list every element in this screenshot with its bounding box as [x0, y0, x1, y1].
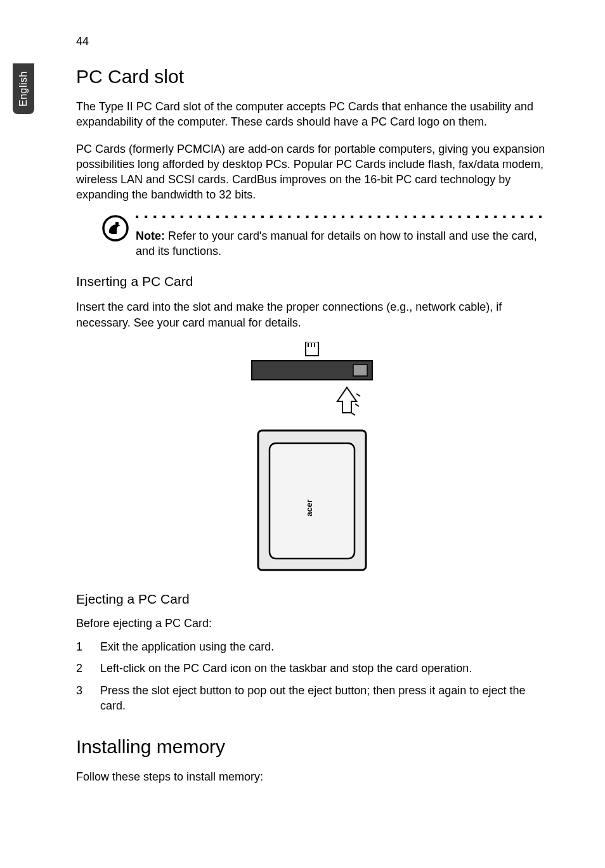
page-number: 44: [76, 35, 548, 48]
note-text: Note: Refer to your card's manual for de…: [136, 228, 545, 259]
svg-marker-9: [337, 387, 356, 413]
pc-card-diagram: acer: [76, 342, 548, 576]
svg-line-10: [356, 394, 360, 396]
section-title-installing-memory: Installing memory: [76, 736, 548, 758]
subsection-inserting: Inserting a PC Card: [76, 274, 548, 289]
note-block: Note: Refer to your card's manual for de…: [101, 214, 548, 259]
step-number: 1: [76, 639, 100, 654]
ejecting-steps: 1 Exit the application using the card. 2…: [76, 639, 548, 713]
note-content: Note: Refer to your card's manual for de…: [136, 214, 545, 259]
language-tab: English: [13, 63, 34, 114]
note-label: Note:: [136, 230, 165, 242]
step-text: Left-click on the PC Card icon on the ta…: [100, 661, 548, 676]
body-para-2: PC Cards (formerly PCMCIA) are add-on ca…: [76, 141, 548, 203]
list-item: 2 Left-click on the PC Card icon on the …: [76, 661, 548, 676]
step-text: Exit the application using the card.: [100, 639, 548, 654]
step-number: 2: [76, 661, 100, 676]
list-item: 1 Exit the application using the card.: [76, 639, 548, 654]
note-icon: [101, 214, 129, 242]
svg-line-11: [351, 413, 355, 415]
language-tab-label: English: [18, 71, 29, 107]
dotted-separator: [136, 214, 545, 223]
page-container: English 44 PC Card slot The Type II PC C…: [0, 0, 605, 868]
section-title-pc-card-slot: PC Card slot: [76, 66, 548, 87]
note-body: Refer to your card's manual for details …: [136, 230, 537, 257]
svg-rect-8: [353, 365, 367, 376]
body-para-1: The Type II PC Card slot of the computer…: [76, 99, 548, 130]
ejecting-intro: Before ejecting a PC Card:: [76, 617, 548, 630]
card-brand-text: acer: [304, 500, 314, 517]
subsection-ejecting: Ejecting a PC Card: [76, 592, 548, 607]
svg-line-12: [355, 404, 359, 406]
step-number: 3: [76, 683, 100, 714]
step-text: Press the slot eject button to pop out t…: [100, 683, 548, 714]
list-item: 3 Press the slot eject button to pop out…: [76, 683, 548, 714]
svg-rect-1: [115, 222, 119, 225]
inserting-para: Insert the card into the slot and make t…: [76, 299, 548, 330]
installing-memory-para: Follow these steps to install memory:: [76, 769, 548, 784]
